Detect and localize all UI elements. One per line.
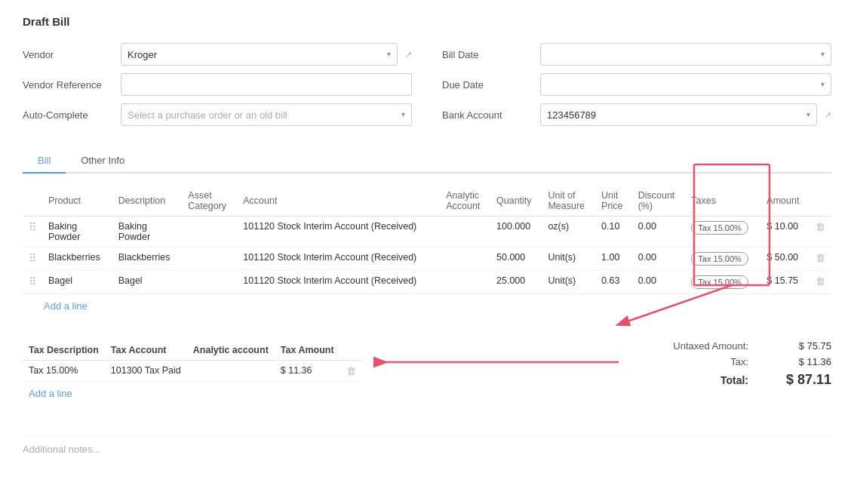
row1-delete[interactable]: 🗑	[809, 217, 831, 247]
due-date-input[interactable]	[540, 73, 831, 96]
tax-analytic-cell[interactable]	[187, 361, 275, 382]
row2-uom[interactable]: Unit(s)	[542, 247, 595, 271]
table-row: ⠿ BakingPowder BakingPowder 101120 Stock…	[23, 217, 831, 247]
row3-analytic-account[interactable]	[440, 271, 490, 294]
row2-description[interactable]: Blackberries	[112, 247, 183, 271]
row2-drag[interactable]: ⠿	[23, 247, 42, 271]
form-left: Vendor Kroger ↗ Vendor Reference Auto-Co…	[23, 43, 412, 134]
row2-tax-badge[interactable]: Tax 15.00%	[691, 252, 748, 266]
th-tax-amount: Tax Amount	[275, 340, 340, 361]
row1-discount[interactable]: 0.00	[632, 217, 686, 247]
vendor-ref-input[interactable]	[121, 73, 412, 96]
th-taxes: Taxes	[685, 186, 760, 217]
bill-table: Product Description AssetCategory Accoun…	[23, 186, 831, 294]
bank-account-input[interactable]: 123456789	[540, 103, 817, 126]
row1-uom[interactable]: oz(s)	[542, 217, 595, 247]
row1-amount: $ 10.00	[760, 217, 809, 247]
row3-amount: $ 15.75	[760, 271, 809, 294]
additional-notes[interactable]: Additional notes...	[23, 435, 831, 455]
tab-other-info[interactable]: Other Info	[66, 149, 140, 174]
due-date-label: Due Date	[442, 79, 533, 91]
vendor-input[interactable]: Kroger	[121, 43, 398, 66]
tax-row: Tax: $ 11.36	[673, 356, 831, 367]
bill-date-row: Bill Date	[442, 43, 831, 66]
th-quantity: Quantity	[490, 186, 542, 217]
row2-product[interactable]: Blackberries	[42, 247, 112, 271]
auto-complete-label: Auto-Complete	[23, 109, 113, 121]
th-analytic-account: Analytic account	[187, 340, 275, 361]
bill-table-container: Product Description AssetCategory Accoun…	[23, 186, 831, 294]
row3-product[interactable]: Bagel	[42, 271, 112, 294]
row1-tax-badge[interactable]: Tax 15.00%	[691, 221, 748, 235]
tab-bill[interactable]: Bill	[23, 149, 66, 174]
row2-quantity[interactable]: 50.000	[490, 247, 542, 271]
row3-tax-badge[interactable]: Tax 15.00%	[691, 275, 748, 289]
total-value: $ 87.11	[779, 372, 831, 388]
row3-discount[interactable]: 0.00	[632, 271, 686, 294]
row1-asset-category[interactable]	[182, 217, 237, 247]
row1-drag[interactable]: ⠿	[23, 217, 42, 247]
add-line-button[interactable]: Add a line	[23, 294, 109, 318]
th-product: Product	[42, 186, 112, 217]
row2-taxes[interactable]: Tax 15.00%	[685, 247, 760, 271]
row2-discount[interactable]: 0.00	[632, 247, 686, 271]
tax-add-line-button[interactable]: Add a line	[23, 382, 78, 405]
th-discount: Discount(%)	[632, 186, 686, 217]
tab-bar: Bill Other Info	[23, 149, 831, 174]
bill-date-label: Bill Date	[442, 49, 533, 60]
due-date-row: Due Date	[442, 73, 831, 96]
auto-complete-row: Auto-Complete Select a purchase order or…	[23, 103, 412, 126]
summary-section: Untaxed Amount: $ 75.75 Tax: $ 11.36 Tot…	[673, 340, 831, 405]
tax-account-cell[interactable]: 101300 Tax Paid	[105, 361, 187, 382]
row2-account[interactable]: 101120 Stock Interim Account (Received)	[237, 247, 440, 271]
bank-account-label: Bank Account	[442, 109, 533, 121]
untaxed-amount-label: Untaxed Amount:	[673, 340, 748, 352]
row1-quantity[interactable]: 100.000	[490, 217, 542, 247]
row3-account[interactable]: 101120 Stock Interim Account (Received)	[237, 271, 440, 294]
row3-delete[interactable]: 🗑	[809, 271, 831, 294]
row1-unit-price[interactable]: 0.10	[595, 217, 632, 247]
tax-delete-cell[interactable]: 🗑	[340, 361, 362, 382]
row1-taxes[interactable]: Tax 15.00%	[685, 217, 760, 247]
row3-description[interactable]: Bagel	[112, 271, 183, 294]
form-section: Vendor Kroger ↗ Vendor Reference Auto-Co…	[23, 43, 831, 134]
tax-lines-table: Tax Description Tax Account Analytic acc…	[23, 340, 362, 382]
row1-account[interactable]: 101120 Stock Interim Account (Received)	[237, 217, 440, 247]
row3-drag[interactable]: ⠿	[23, 271, 42, 294]
auto-complete-input[interactable]: Select a purchase order or an old bill	[121, 103, 412, 126]
total-row: Total: $ 87.11	[673, 372, 831, 388]
row2-asset-category[interactable]	[182, 247, 237, 271]
row2-delete[interactable]: 🗑	[809, 247, 831, 271]
row3-uom[interactable]: Unit(s)	[542, 271, 595, 294]
tax-description-cell[interactable]: Tax 15.00%	[23, 361, 105, 382]
row3-taxes[interactable]: Tax 15.00%	[685, 271, 760, 294]
vendor-external-link-icon[interactable]: ↗	[405, 50, 412, 60]
th-asset-category: AssetCategory	[182, 186, 237, 217]
row2-amount: $ 50.00	[760, 247, 809, 271]
row2-unit-price[interactable]: 1.00	[595, 247, 632, 271]
bill-date-input[interactable]	[540, 43, 831, 66]
tax-lines-section: Tax Description Tax Account Analytic acc…	[23, 340, 362, 405]
tax-header-row: Tax Description Tax Account Analytic acc…	[23, 340, 362, 361]
row3-quantity[interactable]: 25.000	[490, 271, 542, 294]
th-account: Account	[237, 186, 440, 217]
row1-description[interactable]: BakingPowder	[112, 217, 183, 247]
row2-analytic-account[interactable]	[440, 247, 490, 271]
vendor-label: Vendor	[23, 49, 113, 60]
tax-label: Tax:	[730, 356, 748, 367]
bank-account-external-link-icon[interactable]: ↗	[825, 110, 831, 120]
row3-unit-price[interactable]: 0.63	[595, 271, 632, 294]
table-header-row: Product Description AssetCategory Accoun…	[23, 186, 831, 217]
bank-account-row: Bank Account 123456789 ↗	[442, 103, 831, 126]
th-unit-price: UnitPrice	[595, 186, 632, 217]
row1-analytic-account[interactable]	[440, 217, 490, 247]
vendor-ref-row: Vendor Reference	[23, 73, 412, 96]
vendor-ref-label: Vendor Reference	[23, 79, 113, 91]
auto-complete-placeholder: Select a purchase order or an old bill	[127, 109, 287, 121]
tax-value: $ 11.36	[779, 356, 831, 367]
untaxed-amount-row: Untaxed Amount: $ 75.75	[673, 340, 831, 352]
main-content: Draft Bill Vendor Kroger ↗ Vendor Refere…	[23, 15, 831, 455]
row1-product[interactable]: BakingPowder	[42, 217, 112, 247]
row3-asset-category[interactable]	[182, 271, 237, 294]
table-row: ⠿ Bagel Bagel 101120 Stock Interim Accou…	[23, 271, 831, 294]
